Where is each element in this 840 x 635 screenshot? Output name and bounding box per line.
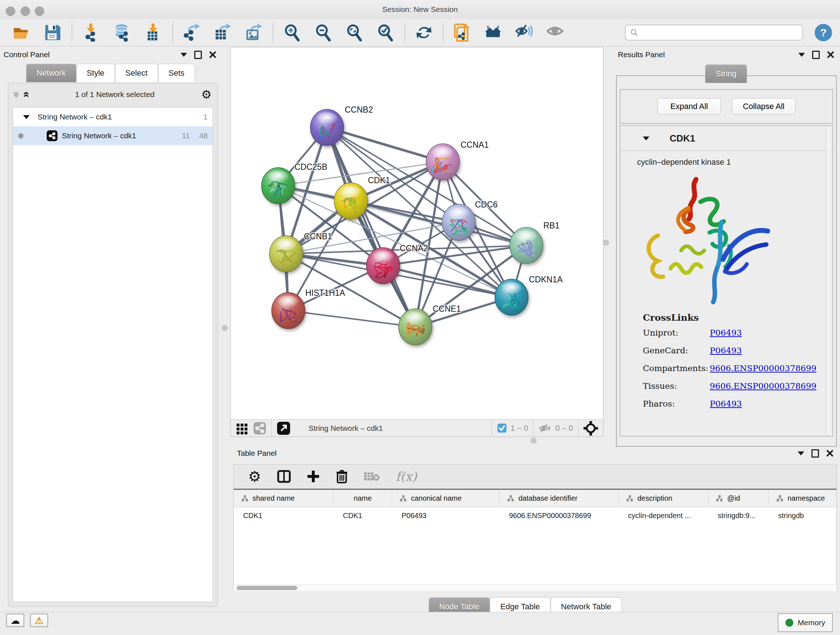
expand-collapse-box: Expand All Collapse All (620, 89, 833, 124)
selected-nodes-badge[interactable]: 1 – 0 (497, 423, 528, 433)
column-header-@id[interactable]: @id (708, 490, 769, 507)
grid-view-icon[interactable] (236, 422, 248, 434)
column-header-shared-name[interactable]: shared name (234, 490, 333, 507)
network-list-item[interactable]: String Network – cdk11148 (13, 126, 213, 145)
column-header-database-identifier[interactable]: database identifier (500, 490, 619, 507)
copy-share-icon[interactable] (453, 23, 472, 42)
node-label-CCNA1: CCNA1 (461, 140, 489, 149)
node-HIST1H1A[interactable]: HIST1H1A (272, 288, 346, 329)
column-header-name[interactable]: name (333, 490, 392, 507)
crosslink-link[interactable]: 9606.ENSP00000378699 (710, 363, 816, 373)
cell-@id[interactable]: stringdb:9... (708, 511, 769, 520)
protein-structure-image (635, 173, 780, 307)
cell-name[interactable]: CDK1 (333, 511, 392, 520)
node-CDKN1A[interactable]: CDKN1A (495, 275, 563, 315)
column-label: database identifier (518, 494, 577, 502)
crosslink-link[interactable]: P06493 (710, 346, 742, 355)
zoom-selected-icon[interactable] (376, 23, 395, 42)
cell-database-identifier[interactable]: 9606.ENSP00000378699 (500, 511, 619, 520)
hscrollbar-thumb[interactable] (237, 586, 297, 590)
edge-CCNE1-HIST1H1A[interactable] (288, 310, 415, 327)
panel-float-icon[interactable] (194, 51, 202, 59)
zoom-out-icon[interactable] (314, 23, 333, 42)
expand-all-icon[interactable]: » (20, 92, 31, 98)
show-columns-icon[interactable] (277, 470, 291, 483)
zoom-fit-icon[interactable] (345, 23, 364, 42)
node-label-CCNB1: CCNB1 (304, 232, 332, 241)
open-in-new-window-icon[interactable] (277, 421, 291, 435)
network-list-item[interactable]: String Network – cdk11 (13, 108, 213, 126)
string-results-box: Expand All Collapse All CDK1 cyclin–depe… (616, 75, 837, 447)
cell-canonical-name[interactable]: P06493 (392, 511, 500, 520)
bottom-splitter-grip[interactable] (531, 438, 537, 443)
gene-header[interactable]: CDK1 (621, 126, 832, 151)
column-header-namespace[interactable]: namespace (769, 490, 837, 507)
crosslink-link[interactable]: P06493 (710, 328, 742, 337)
collapse-icon[interactable] (23, 115, 30, 119)
cloud-button[interactable]: ☁ (6, 614, 24, 627)
refresh-icon[interactable] (415, 23, 433, 42)
column-header-description[interactable]: description (619, 490, 708, 507)
crosslink-link[interactable]: 9606.ENSP00000378699 (710, 381, 816, 391)
home-pair-icon[interactable] (484, 23, 503, 42)
table-hscrollbar[interactable] (233, 585, 837, 592)
tab-style[interactable]: Style (76, 64, 115, 82)
import-network-icon[interactable] (82, 23, 101, 42)
cell-shared-name[interactable]: CDK1 (234, 511, 333, 520)
tab-string[interactable]: String (705, 65, 747, 83)
network-canvas[interactable]: CCNB2CCNA1CDC25BCDK1CDC6RB1CCNB1CCNA2CDK… (231, 48, 603, 419)
network-view-icon[interactable] (253, 422, 266, 435)
panel-close-icon[interactable] (826, 450, 834, 457)
birdseye-view-icon[interactable] (584, 421, 598, 435)
tab-network[interactable]: Network (26, 64, 76, 82)
hide-eye-icon[interactable] (515, 23, 534, 42)
node-table[interactable]: shared namename canonical name database … (233, 489, 837, 586)
delete-column-icon[interactable] (336, 470, 348, 483)
panel-close-icon[interactable] (209, 51, 216, 58)
network-view[interactable]: CCNB2CCNA1CDC25BCDK1CDC6RB1CCNB1CCNA2CDK… (231, 47, 603, 437)
memory-button[interactable]: Memory (778, 613, 833, 632)
gear-icon[interactable]: ⚙ (201, 89, 212, 100)
tab-select[interactable]: Select (115, 64, 158, 82)
add-column-icon[interactable] (307, 470, 320, 483)
collapse-gene-icon[interactable] (643, 136, 649, 141)
expand-all-button[interactable]: Expand All (657, 98, 721, 115)
crosslink-link[interactable]: P06493 (710, 399, 742, 409)
export-network-icon[interactable] (182, 23, 201, 42)
warning-button[interactable]: ⚠ (30, 614, 48, 627)
import-table-icon[interactable] (144, 23, 163, 42)
node-CDC6[interactable]: CDC6 (442, 200, 498, 241)
node-RB1[interactable]: RB1 (510, 221, 560, 264)
import-database-icon[interactable] (113, 23, 132, 42)
cell-description[interactable]: cyclin-dependent ... (619, 511, 708, 520)
panel-menu-icon[interactable] (798, 53, 805, 57)
cell-namespace[interactable]: stringdb (769, 511, 837, 520)
panel-float-icon[interactable] (812, 51, 820, 59)
tab-sets[interactable]: Sets (158, 64, 195, 82)
show-eye-icon[interactable] (546, 23, 565, 42)
panel-close-icon[interactable] (827, 51, 834, 58)
save-icon[interactable] (43, 23, 62, 42)
panel-float-icon[interactable] (812, 449, 819, 458)
delete-table-icon[interactable] (364, 471, 380, 482)
help-button[interactable]: ? (815, 24, 832, 41)
node-CCNA1[interactable]: CCNA1 (426, 140, 489, 180)
search-input[interactable] (641, 28, 798, 37)
column-header-canonical-name[interactable]: canonical name (392, 490, 500, 507)
collapse-all-button[interactable]: Collapse All (732, 98, 796, 115)
table-row[interactable]: CDK1CDK1P064939606.ENSP00000378699cyclin… (234, 507, 836, 524)
export-table-icon[interactable] (213, 23, 232, 42)
panel-menu-icon[interactable] (798, 451, 804, 455)
edge-CCNB2-CCNA1[interactable] (327, 127, 443, 162)
panel-menu-icon[interactable] (180, 53, 187, 57)
open-folder-icon[interactable] (12, 23, 31, 42)
export-image-icon[interactable] (245, 23, 264, 42)
hidden-nodes-badge[interactable]: 0 – 0 (538, 423, 573, 433)
results-scrollbar[interactable] (826, 127, 831, 434)
right-splitter-grip[interactable] (603, 240, 609, 245)
search-box[interactable] (625, 25, 803, 41)
function-builder-icon[interactable]: f(x) (396, 469, 417, 484)
left-splitter-grip[interactable] (222, 325, 227, 331)
table-settings-icon[interactable]: ⚙ (248, 469, 261, 484)
zoom-in-icon[interactable] (283, 23, 302, 42)
